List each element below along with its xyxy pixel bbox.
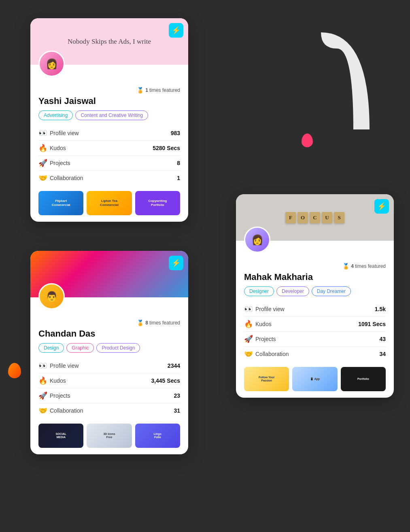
chandan-name: Chandan Das: [38, 329, 180, 339]
yashi-featured-count: 1: [145, 87, 148, 93]
yashi-tag-advertising[interactable]: Advertising: [38, 110, 73, 120]
mahak-stat-kudos: 🔥 Kudos 1091 Secs: [244, 317, 386, 332]
chandan-collab-value: 31: [174, 407, 180, 414]
yashi-project-thumbs: FlipkartCommercial Lipton TeaCommercial …: [38, 191, 180, 215]
mahak-tag-designer[interactable]: Designer: [244, 286, 274, 296]
fire-icon: 🔥: [38, 144, 50, 153]
chandan-stat-profile-view: 👀 Profile view 2344: [38, 358, 180, 373]
yashi-thumb-3[interactable]: CopywritingPortfolio: [135, 191, 180, 215]
rocket-icon-2: 🚀: [38, 391, 50, 400]
mahak-stat-projects: 🚀 Projects 43: [244, 332, 386, 347]
fire-icon-3: 🔥: [244, 320, 255, 329]
yashi-stat-kudos: 🔥 Kudos 5280 Secs: [38, 141, 180, 156]
handshake-icon-3: 🤝: [244, 350, 255, 358]
yashi-stat-collab: 🤝 Collaboration 1: [38, 171, 180, 185]
yashi-avatar: 👩: [38, 51, 65, 77]
mahak-kudos-value: 1091 Secs: [358, 321, 386, 327]
yashi-avatar-image: 👩: [40, 52, 64, 76]
mahak-thumb-2[interactable]: 📱 App: [292, 367, 337, 391]
yashi-featured-label: times featured: [149, 87, 180, 93]
chandan-thumb-1[interactable]: SOCIALMEDIA: [38, 424, 83, 448]
scrabble-tiles-group: F O C U S: [285, 212, 344, 223]
eyes-icon-2: 👀: [38, 361, 50, 370]
mahak-thumb-3[interactable]: Portfolio: [341, 367, 386, 391]
yashi-stats: 👀 Profile view 983 🔥 Kudos 5280 Secs 🚀 P…: [38, 126, 180, 185]
fire-icon-2: 🔥: [38, 376, 50, 385]
mahak-banner: F O C U S ⚡ 👩: [236, 194, 394, 241]
mahak-tags: Designer Developer Day Dreamer: [244, 286, 386, 296]
mahak-tag-developer[interactable]: Developer: [276, 286, 309, 296]
mahak-stat-profile-view: 👀 Profile view 1.5k: [244, 302, 386, 317]
mahak-stats: 👀 Profile view 1.5k 🔥 Kudos 1091 Secs 🚀 …: [244, 302, 386, 361]
scrabble-tile-f: F: [285, 212, 296, 223]
decorative-dot-pink: [302, 134, 313, 147]
arch-decoration: [297, 16, 386, 138]
decorative-dot-orange: [8, 363, 21, 378]
eyes-icon-3: 👀: [244, 305, 255, 314]
chandan-lightning-badge: ⚡: [169, 256, 183, 270]
yashi-thumb-2[interactable]: Lipton TeaCommercial: [87, 191, 132, 215]
mahak-featured-label: times featured: [355, 263, 386, 269]
yashi-medal-icon: 🏅: [137, 87, 144, 93]
mahak-tag-day-dreamer[interactable]: Day Dreamer: [312, 286, 351, 296]
chandan-banner: ⚡ 👨: [30, 251, 188, 297]
chandan-projects-value: 23: [174, 392, 180, 399]
handshake-icon-2: 🤝: [38, 406, 50, 415]
profile-card-chandan: ⚡ 👨 🏅 8 times featured Chandan Das Desig…: [30, 251, 188, 454]
mahak-project-thumbs: Follow YourPassion 📱 App Portfolio: [244, 367, 386, 391]
mahak-projects-value: 43: [379, 336, 386, 342]
scrabble-tile-o: O: [297, 212, 308, 223]
yashi-stat-projects: 🚀 Projects 8: [38, 156, 180, 171]
chandan-tag-design[interactable]: Design: [38, 343, 64, 353]
mahak-collab-value: 34: [379, 351, 386, 357]
profile-card-mahak: F O C U S ⚡ 👩 🏅 4 times featured Mahak M…: [236, 194, 394, 398]
chandan-stats: 👀 Profile view 2344 🔥 Kudos 3,445 Secs 🚀…: [38, 358, 180, 418]
mahak-name: Mahak Makharia: [244, 272, 386, 282]
yashi-banner-text: Nobody Skips the Ads, I write: [68, 38, 151, 46]
mahak-avatar: 👩: [244, 227, 270, 253]
chandan-featured-label: times featured: [149, 320, 180, 326]
mahak-stat-collab: 🤝 Collaboration 34: [244, 347, 386, 361]
yashi-tags: Advertising Content and Creative Writing: [38, 110, 180, 120]
yashi-collab-value: 1: [177, 175, 180, 181]
mahak-lightning-badge: ⚡: [374, 199, 389, 214]
chandan-medal-icon: 🏅: [137, 320, 144, 326]
yashi-card-body: 🏅 1 times featured Yashi Jaiswal Adverti…: [30, 79, 188, 222]
rocket-icon: 🚀: [38, 159, 50, 167]
chandan-stat-collab: 🤝 Collaboration 31: [38, 403, 180, 418]
chandan-tag-graphic[interactable]: Graphic: [66, 343, 94, 353]
mahak-thumb-1[interactable]: Follow YourPassion: [244, 367, 289, 391]
chandan-project-thumbs: SOCIALMEDIA 3D IconsFree LingoFolio: [38, 424, 180, 448]
chandan-tags: Design Graphic Product Design: [38, 343, 180, 353]
chandan-kudos-value: 3,445 Secs: [151, 377, 180, 384]
rocket-icon-3: 🚀: [244, 335, 255, 343]
chandan-tag-product-design[interactable]: Product Design: [96, 343, 140, 353]
yashi-lightning-badge: ⚡: [169, 23, 183, 38]
mahak-avatar-image: 👩: [245, 228, 269, 252]
mahak-profile-view-value: 1.5k: [375, 306, 386, 312]
yashi-kudos-value: 5280 Secs: [153, 145, 180, 151]
yashi-projects-value: 8: [177, 160, 180, 166]
chandan-profile-view-value: 2344: [168, 362, 180, 369]
scrabble-tile-u: U: [322, 212, 332, 223]
mahak-featured-count: 4: [351, 263, 354, 269]
chandan-featured: 🏅 8 times featured: [38, 320, 180, 326]
mahak-medal-icon: 🏅: [342, 263, 349, 269]
chandan-thumb-2[interactable]: 3D IconsFree: [87, 424, 132, 448]
yashi-stat-profile-view: 👀 Profile view 983: [38, 126, 180, 141]
chandan-stat-kudos: 🔥 Kudos 3,445 Secs: [38, 373, 180, 388]
chandan-thumb-3[interactable]: LingoFolio: [135, 424, 180, 448]
mahak-featured: 🏅 4 times featured: [244, 263, 386, 269]
chandan-stat-projects: 🚀 Projects 23: [38, 388, 180, 403]
chandan-avatar: 👨: [38, 283, 65, 309]
yashi-tag-content[interactable]: Content and Creative Writing: [75, 110, 148, 120]
eyes-icon: 👀: [38, 129, 50, 138]
scrabble-tile-s: S: [334, 212, 344, 223]
profile-card-yashi: Nobody Skips the Ads, I write ⚡ 👩 🏅 1 ti…: [30, 18, 188, 222]
scrabble-tile-c: C: [310, 212, 320, 223]
yashi-featured: 🏅 1 times featured: [38, 87, 180, 93]
yashi-thumb-1[interactable]: FlipkartCommercial: [38, 191, 83, 215]
yashi-profile-view-value: 983: [171, 130, 180, 136]
handshake-icon: 🤝: [38, 174, 50, 182]
mahak-card-body: 🏅 4 times featured Mahak Makharia Design…: [236, 255, 394, 398]
